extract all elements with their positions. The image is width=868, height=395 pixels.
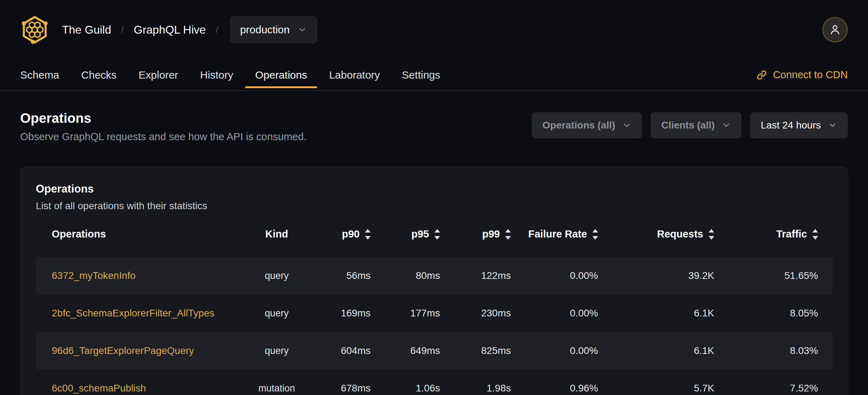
tab-schema[interactable]: Schema bbox=[20, 59, 59, 90]
card-subtitle: List of all operations with their statis… bbox=[36, 200, 833, 212]
tab-history[interactable]: History bbox=[200, 59, 233, 90]
column-label: Failure Rate bbox=[528, 228, 587, 240]
page-head: Operations Observe GraphQL requests and … bbox=[0, 91, 868, 143]
column-header-kind: Kind bbox=[250, 228, 303, 240]
operation-kind: query bbox=[265, 345, 289, 356]
table-header-row: OperationsKindp90p95p99Failure RateReque… bbox=[36, 222, 833, 247]
filters: Operations (all)Clients (all)Last 24 hou… bbox=[532, 112, 848, 138]
cell-failure_rate: 0.96% bbox=[511, 383, 616, 394]
tab-settings[interactable]: Settings bbox=[402, 59, 440, 90]
cell-p95: 1.06s bbox=[371, 383, 440, 394]
column-label: Operations bbox=[52, 228, 106, 240]
breadcrumb-project[interactable]: GraphQL Hive bbox=[134, 23, 206, 36]
connect-to-cdn-label: Connect to CDN bbox=[773, 69, 848, 81]
sort-arrows-icon[interactable] bbox=[505, 229, 511, 240]
operation-name-link[interactable]: 96d6_TargetExplorerPageQuery bbox=[52, 345, 194, 356]
column-header-requests[interactable]: Requests bbox=[616, 228, 732, 240]
cell-p99: 825ms bbox=[440, 345, 511, 356]
filter-last-24-hours[interactable]: Last 24 hours bbox=[750, 112, 848, 138]
column-header-operations: Operations bbox=[36, 228, 250, 240]
column-label: Traffic bbox=[776, 228, 807, 240]
tab-bar: SchemaChecksExplorerHistoryOperationsLab… bbox=[0, 59, 868, 91]
cell-requests: 5.7K bbox=[616, 383, 732, 394]
cell-traffic: 51.65% bbox=[732, 270, 833, 281]
filter-label: Last 24 hours bbox=[761, 120, 821, 131]
cell-traffic: 8.05% bbox=[732, 308, 833, 319]
column-label: p99 bbox=[482, 228, 500, 240]
operation-name-link[interactable]: 6372_myTokenInfo bbox=[52, 270, 136, 281]
cell-name: 96d6_TargetExplorerPageQuery bbox=[36, 345, 250, 356]
page-subtitle: Observe GraphQL requests and see how the… bbox=[20, 131, 306, 143]
column-label: p90 bbox=[342, 228, 360, 240]
cell-failure_rate: 0.00% bbox=[511, 308, 616, 319]
cell-kind: query bbox=[250, 345, 303, 356]
column-header-p95[interactable]: p95 bbox=[371, 228, 440, 240]
sort-arrows-icon[interactable] bbox=[592, 229, 598, 240]
user-menu-button[interactable] bbox=[822, 17, 848, 42]
table-row: 6372_myTokenInfoquery56ms80ms122ms0.00%3… bbox=[36, 257, 833, 294]
column-header-failure-rate[interactable]: Failure Rate bbox=[511, 228, 616, 240]
table-row: 96d6_TargetExplorerPageQueryquery604ms64… bbox=[36, 332, 833, 370]
cell-requests: 39.2K bbox=[616, 270, 732, 281]
operation-kind: mutation bbox=[258, 383, 295, 394]
table-row: 2bfc_SchemaExplorerFilter_AllTypesquery1… bbox=[36, 294, 833, 332]
tab-explorer[interactable]: Explorer bbox=[139, 59, 178, 90]
sort-arrows-icon[interactable] bbox=[812, 229, 818, 240]
cell-p90: 678ms bbox=[303, 383, 371, 394]
cell-requests: 6.1K bbox=[616, 345, 732, 356]
connect-to-cdn-link[interactable]: Connect to CDN bbox=[756, 69, 848, 81]
chevron-down-icon bbox=[622, 121, 631, 130]
cell-name: 2bfc_SchemaExplorerFilter_AllTypes bbox=[36, 308, 250, 319]
cell-traffic: 7.52% bbox=[732, 383, 833, 394]
topbar: The Guild / GraphQL Hive / production bbox=[0, 0, 868, 59]
tab-operations[interactable]: Operations bbox=[255, 59, 307, 90]
cell-p90: 604ms bbox=[303, 345, 371, 356]
column-label: Requests bbox=[657, 228, 703, 240]
operations-table: OperationsKindp90p95p99Failure RateReque… bbox=[36, 222, 833, 395]
sort-arrows-icon[interactable] bbox=[434, 229, 440, 240]
filter-label: Operations (all) bbox=[542, 120, 615, 131]
cell-failure_rate: 0.00% bbox=[511, 270, 616, 281]
page-title: Operations bbox=[20, 111, 306, 126]
cell-name: 6c00_schemaPublish bbox=[36, 383, 250, 394]
cell-kind: query bbox=[250, 270, 303, 281]
cell-p90: 169ms bbox=[303, 308, 371, 319]
user-icon bbox=[828, 23, 842, 36]
cell-p90: 56ms bbox=[303, 270, 371, 281]
chevron-down-icon bbox=[722, 121, 731, 130]
operation-kind: query bbox=[265, 308, 289, 319]
cell-p95: 80ms bbox=[371, 270, 440, 281]
breadcrumb-org[interactable]: The Guild bbox=[62, 23, 111, 36]
filter-label: Clients (all) bbox=[661, 120, 715, 131]
tab-checks[interactable]: Checks bbox=[81, 59, 117, 90]
filter-clients-all-[interactable]: Clients (all) bbox=[650, 112, 742, 138]
cell-failure_rate: 0.00% bbox=[511, 345, 616, 356]
cell-p95: 649ms bbox=[371, 345, 440, 356]
cell-kind: mutation bbox=[250, 383, 303, 394]
sort-arrows-icon[interactable] bbox=[709, 229, 714, 240]
column-header-p90[interactable]: p90 bbox=[303, 228, 371, 240]
chevron-down-icon bbox=[298, 25, 307, 34]
table-body: 6372_myTokenInfoquery56ms80ms122ms0.00%3… bbox=[36, 257, 833, 395]
table-row: 6c00_schemaPublishmutation678ms1.06s1.98… bbox=[36, 370, 833, 395]
cell-p95: 177ms bbox=[371, 308, 440, 319]
operation-name-link[interactable]: 2bfc_SchemaExplorerFilter_AllTypes bbox=[52, 308, 214, 319]
hive-logo-icon[interactable] bbox=[20, 15, 49, 44]
main-content: Operations Observe GraphQL requests and … bbox=[0, 91, 868, 395]
cell-traffic: 8.03% bbox=[732, 345, 833, 356]
cell-requests: 6.1K bbox=[616, 308, 732, 319]
column-label: p95 bbox=[411, 228, 429, 240]
operation-name-link[interactable]: 6c00_schemaPublish bbox=[52, 383, 146, 394]
cell-p99: 230ms bbox=[440, 308, 511, 319]
column-header-traffic[interactable]: Traffic bbox=[732, 228, 833, 240]
filter-operations-all-[interactable]: Operations (all) bbox=[532, 112, 642, 138]
tab-laboratory[interactable]: Laboratory bbox=[329, 59, 380, 90]
cell-p99: 1.98s bbox=[440, 383, 511, 394]
sort-arrows-icon[interactable] bbox=[365, 229, 371, 240]
column-header-p99[interactable]: p99 bbox=[440, 228, 511, 240]
column-label: Kind bbox=[265, 228, 288, 240]
chevron-down-icon bbox=[828, 121, 837, 130]
operations-card: Operations List of all operations with t… bbox=[20, 167, 848, 395]
target-select[interactable]: production bbox=[230, 16, 317, 43]
link-icon bbox=[756, 69, 767, 81]
